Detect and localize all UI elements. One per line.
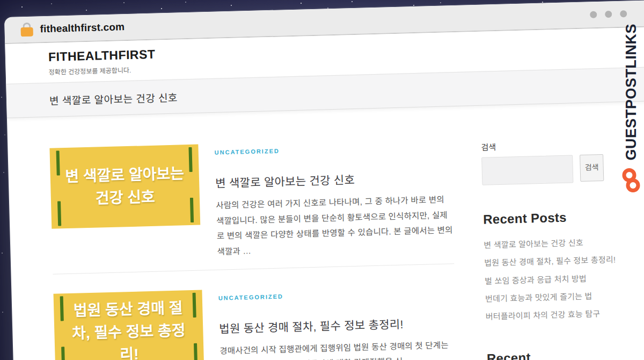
window-controls [590, 10, 627, 18]
recent-posts-list: 변 색깔로 알아보는 건강 신호 법원 동산 경매 절차, 필수 정보 총정리!… [484, 236, 630, 322]
guestpostlinks-label: GUESTPOSTLINKS [623, 24, 640, 161]
chain-link-icon [621, 167, 641, 195]
recent-post-link[interactable]: 법원 동산 경매 절차, 필수 정보 총정리! [484, 254, 628, 269]
post-excerpt: 사람의 건강은 여러 가지 신호로 나타나며, 그 중 하나가 바로 변의 색깔… [216, 192, 454, 260]
window-control-dot[interactable] [620, 10, 627, 17]
page-title: 변 색깔로 알아보는 건강 신호 [49, 89, 178, 107]
recent-comments-heading: Recent [487, 348, 631, 360]
post-thumbnail[interactable]: 변 색깔로 알아보는 건강 신호 [49, 145, 200, 229]
window-control-dot[interactable] [605, 11, 612, 18]
thumbnail-corner-bar [190, 198, 194, 222]
browser-window: fithealthfirst.com FITHEALTHFIRST 정확한 건강… [4, 0, 644, 360]
thumbnail-corner-bar [60, 296, 64, 321]
post-body: UNCATEGORIZED 변 색깔로 알아보는 건강 신호 사람의 건강은 여… [214, 138, 453, 260]
posts-column: 변 색깔로 알아보는 건강 신호 UNCATEGORIZED 변 색깔로 알아보… [49, 138, 457, 360]
stars [0, 0, 1, 1]
search-input[interactable] [481, 155, 573, 185]
thumbnail-corner-bar [57, 201, 61, 226]
recent-posts-heading: Recent Posts [483, 208, 627, 227]
address-bar[interactable]: fithealthfirst.com [40, 21, 125, 35]
post-divider [53, 263, 455, 275]
post-title-link[interactable]: 법원 동산 경매 절차, 필수 정보 총정리! [219, 314, 456, 336]
window-control-dot[interactable] [590, 11, 597, 18]
post-excerpt: 경매사건의 시작 집행관에게 집행위임 법원 동산 경매의 첫 단계는 채권자가… [219, 337, 457, 360]
post-thumbnail[interactable]: 법원 동산 경매 절차, 필수 정보 총정리! [53, 290, 204, 360]
post-title-link[interactable]: 변 색깔로 알아보는 건강 신호 [215, 168, 452, 191]
recent-post-link[interactable]: 번데기 효능과 맛있게 즐기는 법 [485, 290, 629, 304]
thumbnail-corner-bar [56, 150, 60, 175]
starry-background: fithealthfirst.com FITHEALTHFIRST 정확한 건강… [0, 0, 644, 360]
thumbnail-corner-bar [61, 347, 65, 360]
post-item: 법원 동산 경매 절차, 필수 정보 총정리! UNCATEGORIZED 법원… [53, 283, 457, 360]
category-link[interactable]: UNCATEGORIZED [215, 148, 280, 156]
search-label: 검색 [481, 138, 625, 153]
post-body: UNCATEGORIZED 법원 동산 경매 절차, 필수 정보 총정리! 경매… [218, 283, 457, 360]
lock-icon [20, 22, 33, 38]
search-button[interactable]: 검색 [580, 154, 604, 182]
recent-post-link[interactable]: 변 색깔로 알아보는 건강 신호 [484, 236, 627, 251]
thumbnail-corner-bar [193, 293, 196, 318]
thumbnail-corner-bar [194, 343, 197, 360]
thumbnail-text: 변 색깔로 알아보는 건강 신호 [64, 162, 186, 211]
thumbnail-corner-bar [188, 147, 192, 172]
search-form: 검색 [481, 154, 626, 185]
category-link[interactable]: UNCATEGORIZED [218, 293, 283, 301]
sidebar: 검색 검색 Recent Posts 변 색깔로 알아보는 건강 신호 법원 동… [481, 133, 631, 360]
guestpostlinks-branding[interactable]: GUESTPOSTLINKS [620, 24, 642, 195]
recent-post-link[interactable]: 벌 쏘임 증상과 응급 처치 방법 [485, 272, 628, 286]
thumbnail-text: 법원 동산 경매 절차, 필수 정보 총정리! [68, 297, 190, 360]
recent-post-link[interactable]: 버터플라이피 차의 건강 효능 탐구 [486, 308, 630, 322]
content-area: 변 색깔로 알아보는 건강 신호 UNCATEGORIZED 변 색깔로 알아보… [7, 100, 644, 360]
lock-body [21, 27, 33, 37]
post-item: 변 색깔로 알아보는 건강 신호 UNCATEGORIZED 변 색깔로 알아보… [49, 138, 453, 264]
